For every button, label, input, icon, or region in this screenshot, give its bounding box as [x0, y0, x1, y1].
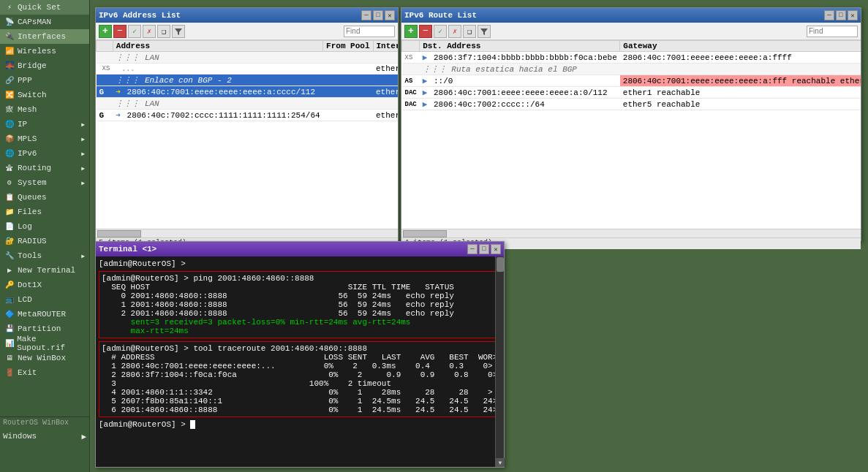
ipv6-address-table: Address From Pool Interface ⋮⋮⋮ LAN XS .… — [96, 40, 398, 121]
route-copy-btn[interactable]: ❑ — [463, 25, 476, 38]
route-maximize-btn[interactable]: □ — [836, 10, 846, 20]
route-enable-btn[interactable]: ✓ — [434, 25, 447, 38]
ip-icon: 🌐 — [4, 119, 15, 129]
sidebar-item-ipv6[interactable]: 🌐 IPv6 ▶ — [0, 146, 89, 161]
terminal-minimize-btn[interactable]: ─ — [467, 244, 478, 254]
find-input[interactable] — [344, 26, 395, 37]
sidebar-item-ppp[interactable]: 🔗 PPP — [0, 73, 89, 88]
sidebar-item-capsman[interactable]: 📡 CAPsMAN — [0, 15, 89, 29]
copy-btn[interactable]: ❑ — [157, 25, 170, 38]
table-row-ruta-group[interactable]: ⋮⋮⋮ Ruta estatica hacia el BGP — [402, 64, 861, 75]
terminal-content[interactable]: [admin@RouterOS] > [admin@RouterOS] > pi… — [96, 256, 504, 467]
filter-btn[interactable] — [172, 25, 185, 38]
sidebar-item-interfaces[interactable]: 🔌 Interfaces — [0, 29, 89, 44]
enable-btn[interactable]: ✓ — [128, 25, 141, 38]
scroll-down-btn[interactable]: ▼ — [496, 458, 505, 467]
table-row-as[interactable]: AS ▶ ::/0 2806:40c:7001:eeee:eeee:eeee:a… — [402, 75, 861, 87]
remove-btn[interactable]: − — [113, 25, 127, 38]
table-row-lan-addr[interactable]: G ➜ 2806:40c:7002:cccc:1111:1111:1111:25… — [97, 110, 399, 121]
sidebar-item-dot1x[interactable]: 🔑 Dot1X — [0, 278, 89, 292]
route-minimize-btn[interactable]: ─ — [824, 10, 834, 20]
sidebar-item-queues[interactable]: 📋 Queues — [0, 190, 89, 205]
ipv6-route-titlebar[interactable]: IPv6 Route List ─ □ ✕ — [401, 8, 861, 23]
sidebar-item-switch[interactable]: 🔀 Switch — [0, 88, 89, 102]
sidebar-item-bridge[interactable]: 🌉 Bridge — [0, 58, 89, 73]
route-disable-btn[interactable]: ✗ — [448, 25, 461, 38]
trace-row-3: 3 100% 2 timeout — [102, 379, 498, 388]
sidebar-item-supout[interactable]: 📊 Make Supout.rif — [0, 336, 89, 351]
partition-icon: 💾 — [4, 324, 15, 334]
mesh-icon: 🕸 — [4, 104, 15, 115]
route-filter-btn[interactable] — [478, 25, 491, 38]
sidebar-item-quickset[interactable]: ⚡ Quick Set — [0, 0, 89, 15]
ping-header: SEQ HOST SIZE TTL TIME STATUS — [102, 283, 498, 292]
table-row[interactable]: XS ▶ 2806:3f7:1004:bbbb:bbbb:bbbb:f0ca:b… — [402, 52, 861, 64]
route-remove-btn[interactable]: − — [419, 25, 432, 38]
route-close-btn[interactable]: ✕ — [848, 10, 858, 20]
table-row-lan2-group[interactable]: ⋮⋮⋮ LAN — [97, 98, 399, 110]
table-row-bgp-addr[interactable]: G ➜ 2806:40c:7001:eeee:eeee:eeee:a:cccc/… — [97, 86, 399, 98]
ipv6-address-window: IPv6 Address List ─ □ ✕ + − ✓ ✗ ❑ Addres… — [95, 7, 399, 241]
col-from-pool[interactable]: From Pool — [323, 41, 373, 52]
disable-btn[interactable]: ✗ — [143, 25, 156, 38]
sidebar-item-system[interactable]: ⚙ System ▶ — [0, 175, 89, 190]
ipv6-address-titlebar[interactable]: IPv6 Address List ─ □ ✕ — [96, 8, 398, 23]
sidebar-item-tools[interactable]: 🔧 Tools ▶ — [0, 248, 89, 263]
trace-row-2: 2 2806:3f7:1004::f0ca:f0ca 0% 2 0.9 0.9 … — [102, 370, 498, 379]
ppp-icon: 🔗 — [4, 75, 15, 85]
sidebar-item-exit[interactable]: 🚪 Exit — [0, 365, 89, 380]
minimize-btn[interactable]: ─ — [361, 10, 371, 20]
tools-icon: 🔧 — [4, 251, 15, 261]
terminal-controls: ─ □ ✕ — [467, 244, 501, 254]
scroll-handle[interactable] — [97, 230, 141, 237]
files-icon: 📁 — [4, 207, 15, 217]
ping-row-0: 0 2001:4860:4860::8888 56 59 24ms echo r… — [102, 292, 498, 300]
ipv6-route-table: Dst. Address Gateway ▼ XS ▶ 2806:3f7:100… — [401, 40, 861, 110]
terminal-close-btn[interactable]: ✕ — [491, 244, 501, 254]
mpls-arrow: ▶ — [81, 136, 85, 142]
ping-row-2: 2 2001:4860:4860::8888 56 59 24ms echo r… — [102, 309, 498, 318]
route-col-flag — [402, 41, 420, 52]
radius-icon: 🔐 — [4, 236, 15, 246]
sidebar-item-routing[interactable]: 🛣 Routing ▶ — [0, 161, 89, 175]
window-controls: ─ □ ✕ — [361, 10, 395, 20]
sidebar-item-files[interactable]: 📁 Files — [0, 205, 89, 219]
sidebar-item-mesh[interactable]: 🕸 Mesh — [0, 102, 89, 117]
sidebar-item-metarouter[interactable]: 🔷 MetaROUTER — [0, 307, 89, 321]
col-interface[interactable]: Interface — [373, 41, 398, 52]
route-find-input[interactable] — [807, 26, 858, 37]
terminal-titlebar[interactable]: Terminal <1> ─ □ ✕ — [96, 242, 504, 256]
col-address[interactable]: Address — [113, 41, 322, 52]
trace-row-1: 1 2806:40c:7001:eeee:eeee:eeee:... 0% 2 … — [102, 362, 498, 370]
route-horizontal-scrollbar[interactable] — [401, 229, 861, 237]
horizontal-scrollbar[interactable] — [96, 229, 398, 237]
sidebar-item-log[interactable]: 📄 Log — [0, 219, 89, 234]
table-row[interactable]: XS ... ether5 — [97, 64, 399, 75]
exit-icon: 🚪 — [4, 368, 15, 378]
terminal-scrollbar[interactable]: ▼ — [495, 256, 504, 467]
mpls-icon: 📦 — [4, 134, 15, 144]
windows-label[interactable]: Windows ▶ — [0, 430, 89, 443]
ping-row-1: 1 2001:4860:4860::8888 56 59 24ms echo r… — [102, 300, 498, 309]
terminal-maximize-btn[interactable]: □ — [479, 244, 489, 254]
sidebar-item-ip[interactable]: 🌐 IP ▶ — [0, 117, 89, 132]
maximize-btn[interactable]: □ — [373, 10, 383, 20]
sidebar-item-radius[interactable]: 🔐 RADIUS — [0, 234, 89, 248]
table-row-dac1[interactable]: DAC ▶ 2806:40c:7001:eeee:eeee:eeee:a:0/1… — [402, 87, 861, 99]
route-col-dst[interactable]: Dst. Address — [420, 41, 620, 52]
route-col-gateway[interactable]: Gateway ▼ — [620, 41, 861, 52]
sidebar-item-mpls[interactable]: 📦 MPLS ▶ — [0, 132, 89, 146]
route-add-btn[interactable]: + — [404, 25, 418, 38]
table-row-dac2[interactable]: DAC ▶ 2806:40c:7002:cccc::/64 ether5 rea… — [402, 99, 861, 110]
sidebar-item-partition[interactable]: 💾 Partition — [0, 321, 89, 336]
sidebar-item-new-terminal[interactable]: ▶ New Terminal — [0, 263, 89, 278]
add-btn[interactable]: + — [99, 25, 112, 38]
sidebar-item-new-winbox[interactable]: 🖥 New WinBox — [0, 351, 89, 365]
close-btn[interactable]: ✕ — [385, 10, 395, 20]
terminal-scroll-thumb[interactable] — [497, 257, 504, 272]
route-scroll-handle[interactable] — [403, 230, 447, 237]
table-row-bgp-group[interactable]: ⋮⋮⋮ Enlace con BGP - 2 — [97, 75, 399, 86]
sidebar-item-wireless[interactable]: 📶 Wireless — [0, 44, 89, 58]
table-row[interactable]: ⋮⋮⋮ LAN — [97, 52, 399, 64]
sidebar-item-lcd[interactable]: 📺 LCD — [0, 292, 89, 307]
